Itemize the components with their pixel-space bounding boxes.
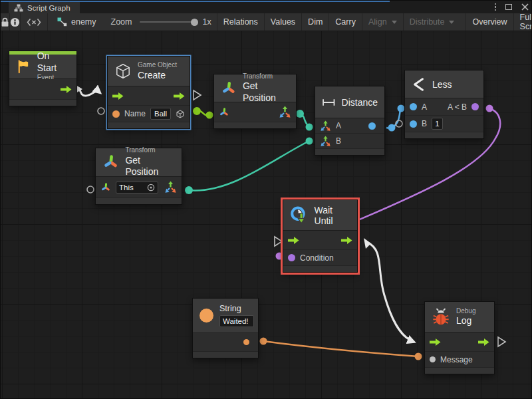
control-output-port[interactable] (174, 92, 185, 100)
angle-brackets-x-icon (27, 18, 41, 27)
maximize-icon[interactable] (505, 4, 512, 10)
distribute-button[interactable]: Distribute (403, 13, 461, 31)
wire-endpoint (260, 338, 267, 345)
carry-button[interactable]: Carry (329, 13, 362, 31)
port-label: B (422, 119, 427, 128)
lock-icon (1, 17, 9, 27)
close-icon[interactable] (521, 3, 529, 11)
relations-button[interactable]: Relations (217, 13, 264, 31)
node-category: Transform (243, 72, 289, 81)
control-output-port[interactable] (478, 338, 489, 346)
distance-icon (322, 96, 336, 108)
port-label: Message (440, 355, 473, 364)
wire-endpoint (276, 253, 283, 260)
fullscreen-button[interactable]: Full Screen (513, 13, 532, 31)
unconnected-control-port-indicator (275, 237, 282, 246)
node-title: Get Position (125, 155, 175, 178)
distance-output-port[interactable] (368, 122, 376, 130)
condition-input-port[interactable] (288, 254, 295, 261)
vector3-output-port[interactable] (279, 106, 291, 118)
graph-canvas[interactable]: On Start Event Game Object Create (1, 31, 532, 399)
zoom-slider[interactable] (140, 21, 197, 23)
message-input-port[interactable] (430, 356, 436, 362)
port-label: A (422, 102, 427, 112)
less-input-port-a[interactable] (410, 103, 417, 110)
node-title: Distance (342, 97, 378, 108)
less-input-port-b[interactable] (410, 120, 417, 128)
vector3-input-port-a[interactable] (320, 120, 331, 132)
zoom-value: 1x (202, 17, 211, 27)
b-value-field[interactable]: 1 (432, 118, 443, 130)
zoom-slider-handle[interactable] (191, 19, 198, 26)
tab-script-graph[interactable]: Script Graph (9, 2, 80, 13)
overview-button[interactable]: Overview (466, 13, 513, 31)
graph-toolbar: enemy Zoom 1x Relations Values Dim Carry… (1, 13, 532, 31)
target-field[interactable]: This (116, 182, 158, 194)
node-footer (214, 122, 296, 128)
lock-button[interactable] (1, 13, 10, 31)
node-less[interactable]: Less A A < B B 1 (404, 70, 484, 139)
control-input-port[interactable] (112, 92, 124, 100)
node-footer (108, 122, 190, 128)
disconnect-button[interactable] (21, 13, 48, 31)
node-string-literal[interactable]: String Waited! (192, 298, 259, 358)
node-debug-log[interactable]: Debug Log Message (424, 301, 495, 374)
name-input-port[interactable] (112, 110, 120, 118)
port-label: Name (124, 109, 146, 118)
wire-distance-to-less-a (386, 108, 401, 128)
wire-endpoint (306, 138, 313, 145)
game-object-output-port[interactable] (176, 108, 185, 120)
string-icon (200, 309, 213, 323)
node-footer (315, 149, 384, 155)
wire-endpoint (486, 105, 493, 112)
wait-until-clock-icon (290, 205, 309, 226)
node-get-position-top[interactable]: Transform Get Position (213, 74, 297, 129)
wire-endpoint (296, 110, 304, 118)
transform-icon (102, 154, 119, 171)
node-title: Get Position (243, 80, 289, 104)
zoom-label: Zoom (111, 17, 132, 27)
panel-menu-icon[interactable] (495, 3, 497, 11)
control-input-port[interactable] (430, 338, 441, 346)
node-wait-until[interactable]: Wait Until Condition (283, 200, 358, 273)
zoom-control: Zoom 1x (106, 13, 217, 31)
wire-create-to-getposition (197, 111, 209, 116)
object-picker-icon[interactable] (147, 184, 155, 192)
wire-onstart-to-create (76, 88, 100, 96)
wire-endpoint (388, 124, 396, 132)
node-on-start-event[interactable]: On Start Event (9, 51, 77, 106)
less-than-icon (412, 77, 426, 92)
node-footer (96, 198, 182, 204)
info-button[interactable] (10, 13, 21, 31)
node-title: On Start (37, 51, 70, 74)
dropdown-caret-icon (449, 21, 454, 24)
wire-endpoint (206, 112, 213, 119)
graph-name-indicator[interactable]: enemy (48, 13, 106, 31)
dim-button[interactable]: Dim (301, 13, 329, 31)
string-output-port[interactable] (243, 339, 249, 345)
transform-input-port[interactable] (219, 107, 229, 118)
values-button[interactable]: Values (264, 13, 301, 31)
graph-name: enemy (71, 17, 96, 27)
string-value-field[interactable]: Waited! (219, 315, 254, 327)
node-footer (425, 368, 494, 374)
node-get-position-bottom[interactable]: Transform Get Position This (95, 148, 182, 205)
vector3-input-port-b[interactable] (320, 136, 331, 147)
vector3-output-port[interactable] (164, 181, 177, 194)
node-category: Debug (456, 307, 475, 316)
name-field[interactable]: Ball (150, 108, 171, 120)
control-input-port[interactable] (288, 236, 299, 245)
toolbar-right-buttons: Relations Values Dim Carry Align Distrib… (217, 13, 532, 31)
node-footer (193, 352, 258, 358)
script-graph-icon (14, 4, 23, 12)
info-icon (10, 17, 20, 27)
node-game-object-create[interactable]: Game Object Create Name Ball (107, 56, 190, 129)
control-output-port[interactable] (341, 236, 352, 245)
control-output-port[interactable] (61, 85, 72, 94)
less-output-port[interactable] (471, 103, 479, 110)
debug-bug-icon (432, 307, 450, 327)
node-distance[interactable]: Distance A (315, 86, 385, 156)
node-footer (283, 266, 357, 272)
transform-input-port[interactable] (100, 182, 111, 193)
align-button[interactable]: Align (362, 13, 403, 31)
